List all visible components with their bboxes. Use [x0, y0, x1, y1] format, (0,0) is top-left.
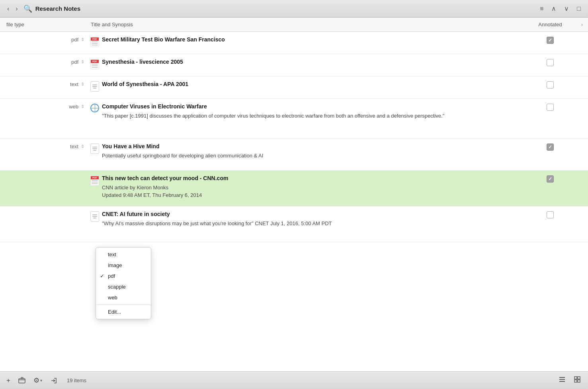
- row-file-type: [0, 210, 88, 211]
- annotated-checkbox[interactable]: [547, 211, 554, 218]
- text-icon: [90, 81, 99, 92]
- dropdown-item-edit[interactable]: Edit...: [96, 306, 151, 317]
- col-expand-arrow[interactable]: ›: [576, 22, 588, 28]
- file-type-label: pdf: [66, 37, 78, 43]
- add-button[interactable]: +: [5, 375, 12, 386]
- row-icon: [88, 81, 102, 92]
- annotated-checkbox[interactable]: [547, 143, 554, 151]
- svg-rect-4: [559, 381, 565, 382]
- gear-arrow-icon: ▾: [40, 378, 42, 383]
- pdf-icon: PDF: [90, 175, 99, 186]
- row-file-type: pdf ⇕: [0, 58, 88, 65]
- dropdown-item-label: Edit...: [108, 309, 121, 315]
- col-header-title-synopsis[interactable]: Title and Synopsis: [88, 22, 524, 28]
- row-synopsis: Potentially useful springboard for devel…: [102, 152, 518, 160]
- row-content: World of Synesthesia - APA 2001: [102, 81, 524, 88]
- row-file-type: text ⇕: [0, 143, 88, 149]
- sort-arrows-icon[interactable]: ⇕: [81, 37, 84, 42]
- file-type-label: pdf: [66, 59, 78, 65]
- sort-arrows-icon[interactable]: ⇕: [81, 144, 84, 149]
- dropdown-item-image[interactable]: image: [96, 260, 151, 271]
- table-row[interactable]: web ⇕ Computer Viruses in Electronic War…: [0, 99, 588, 139]
- dropdown-item-web[interactable]: web: [96, 292, 151, 303]
- dropdown-item-label: image: [108, 262, 122, 268]
- table-row[interactable]: pdf ⇕ PDF Secret Military Test Bio Warfa…: [0, 32, 588, 54]
- sort-up-button[interactable]: ∧: [549, 4, 559, 13]
- window-title: Research Notes: [35, 5, 537, 12]
- sort-arrows-icon[interactable]: ⇕: [81, 60, 84, 64]
- table-row[interactable]: CNET: AI future in society "Why AI's mas…: [0, 206, 588, 242]
- row-title: This new tech can detect your mood - CNN…: [102, 175, 518, 183]
- row-annotated[interactable]: [524, 143, 576, 151]
- row-content: Secret Military Test Bio Warfare San Fra…: [102, 36, 524, 44]
- grid-view-icon: [574, 376, 581, 383]
- svg-rect-5: [574, 377, 577, 379]
- back-button[interactable]: ‹: [5, 4, 12, 13]
- bottom-right-controls: [556, 374, 583, 387]
- table-row[interactable]: text ⇕ World of Synesthesia - APA 2001: [0, 77, 588, 99]
- row-synopsis: "Why AI's massive disruptions may be jus…: [102, 220, 518, 228]
- column-header: file type Title and Synopsis Annotated ›: [0, 18, 588, 32]
- annotated-checkbox[interactable]: [547, 81, 554, 88]
- nav-buttons: ‹ ›: [5, 4, 20, 13]
- row-synopsis: CNN article by Kieron MonksUpdated 9:48 …: [102, 184, 518, 199]
- dropdown-divider: [96, 305, 151, 305]
- search-icon: 🔍: [23, 4, 32, 13]
- row-icon: PDF: [88, 58, 102, 69]
- import-button[interactable]: [49, 375, 59, 386]
- svg-rect-1: [21, 377, 23, 379]
- list-view-button[interactable]: [556, 374, 568, 387]
- sort-down-button[interactable]: ∨: [562, 4, 571, 13]
- row-icon: [88, 210, 102, 222]
- gear-button[interactable]: ⚙ ▾: [32, 375, 44, 386]
- sort-arrows-icon[interactable]: ⇕: [81, 82, 84, 86]
- dropdown-item-label: scapple: [108, 284, 126, 290]
- title-bar-actions: ≡ ∧ ∨ □: [537, 4, 583, 13]
- row-title: Synesthesia - livescience 2005: [102, 58, 518, 66]
- dropdown-item-text[interactable]: text: [96, 249, 151, 260]
- row-title: Computer Viruses in Electronic Warfare: [102, 103, 518, 111]
- dropdown-item-label: web: [108, 295, 117, 301]
- table-row[interactable]: pdf ⇕ PDF Synesthesia - livescience 2005: [0, 54, 588, 77]
- row-file-type: pdf ⇕: [0, 36, 88, 43]
- row-annotated[interactable]: [524, 58, 576, 66]
- row-content: You Have a Hive Mind Potentially useful …: [102, 143, 524, 159]
- folder-icon: [18, 377, 25, 384]
- web-icon: [90, 104, 99, 112]
- row-annotated[interactable]: [524, 175, 576, 183]
- text-icon: [90, 143, 99, 154]
- annotated-checkbox[interactable]: [547, 175, 554, 183]
- row-file-type: web ⇕: [0, 103, 88, 110]
- svg-rect-0: [19, 379, 25, 383]
- file-type-label: text: [66, 143, 78, 149]
- dropdown-item-pdf[interactable]: pdf: [96, 271, 151, 281]
- pdf-icon: PDF: [90, 59, 99, 69]
- table-row[interactable]: text ⇕ You Have a Hive Mind Potentially …: [0, 139, 588, 171]
- annotated-checkbox[interactable]: [547, 37, 554, 44]
- col-header-file-type[interactable]: file type: [0, 22, 88, 28]
- window-button[interactable]: □: [574, 4, 583, 13]
- import-icon: [50, 377, 57, 384]
- row-icon: PDF: [88, 36, 102, 47]
- row-content: Computer Viruses in Electronic Warfare "…: [102, 103, 524, 120]
- row-icon: PDF: [88, 175, 102, 186]
- add-folder-button[interactable]: [17, 375, 27, 386]
- row-title: You Have a Hive Mind: [102, 143, 518, 151]
- row-annotated[interactable]: [524, 36, 576, 44]
- table-row[interactable]: PDF This new tech can detect your mood -…: [0, 171, 588, 206]
- grid-view-button[interactable]: [571, 374, 583, 387]
- row-annotated[interactable]: [524, 81, 576, 88]
- annotated-checkbox[interactable]: [547, 59, 554, 66]
- forward-button[interactable]: ›: [13, 4, 20, 13]
- dropdown-item-scapple[interactable]: scapple: [96, 281, 151, 292]
- sort-arrows-icon[interactable]: ⇕: [81, 104, 84, 109]
- menu-button[interactable]: ≡: [537, 4, 546, 13]
- row-annotated[interactable]: [524, 210, 576, 218]
- list-view-icon: [559, 376, 566, 383]
- main-content: pdf ⇕ PDF Secret Military Test Bio Warfa…: [0, 32, 588, 371]
- row-title: CNET: AI future in society: [102, 210, 518, 218]
- row-annotated[interactable]: [524, 103, 576, 111]
- col-header-annotated[interactable]: Annotated: [524, 22, 576, 28]
- file-type-label: text: [66, 81, 78, 87]
- annotated-checkbox[interactable]: [547, 104, 554, 111]
